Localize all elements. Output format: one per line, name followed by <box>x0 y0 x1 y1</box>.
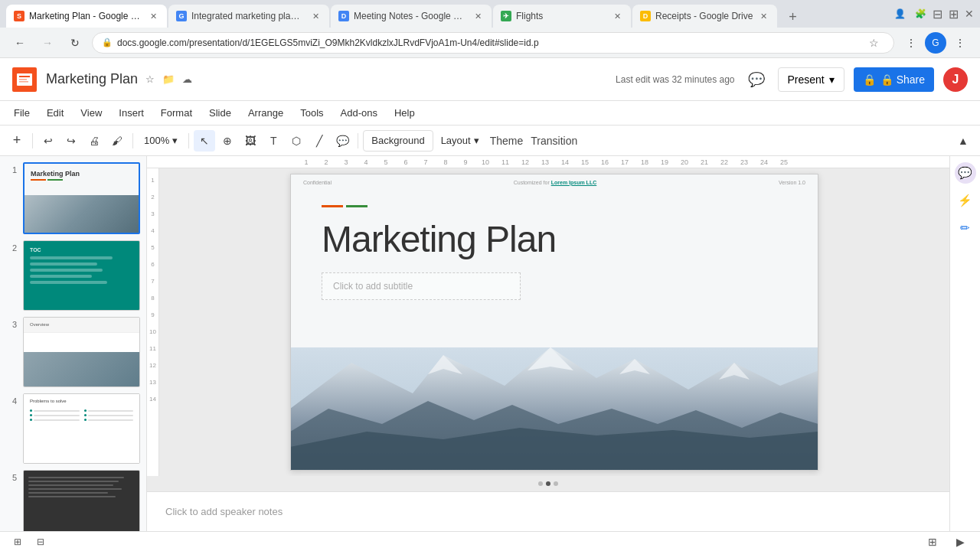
toolbar-transition-button[interactable]: Transition <box>528 130 580 152</box>
menu-addons[interactable]: Add-ons <box>333 104 385 122</box>
toolbar-paintformat-button[interactable]: 🖌 <box>106 130 128 152</box>
browser-tab-2[interactable]: G Integrated marketing plans - Go... ✕ <box>168 5 329 28</box>
menu-slide[interactable]: Slide <box>201 104 239 122</box>
slide-content-area[interactable]: Marketing Plan Click to add subtitle <box>291 190 818 358</box>
profile-icon[interactable]: 👤 <box>894 8 906 19</box>
tab5-title: Receipts - Google Drive <box>655 11 753 21</box>
toolbar-right: ▲ <box>952 130 974 152</box>
speaker-notes-area[interactable]: Click to add speaker notes <box>147 491 949 531</box>
toolbar-line-button[interactable]: ╱ <box>309 130 330 152</box>
vertical-ruler: 1 2 3 4 5 6 7 8 9 10 11 12 13 14 <box>147 168 159 476</box>
tab3-close[interactable]: ✕ <box>472 10 484 22</box>
bottom-expand-button[interactable]: ⊞ <box>922 531 943 552</box>
slide-item-2[interactable]: 2 TOC <box>6 240 140 311</box>
slide-item-5[interactable]: 5 <box>6 470 140 531</box>
chrome-menu-button[interactable]: ⋮ <box>949 32 971 54</box>
folder-icon[interactable]: 📁 <box>162 73 175 86</box>
slide-item-4[interactable]: 4 Problems to solve <box>6 393 140 464</box>
forward-button[interactable]: → <box>37 32 58 54</box>
slide-2-number: 2 <box>6 240 17 253</box>
comment-button[interactable]: 💬 <box>744 67 769 92</box>
menu-tools[interactable]: Tools <box>292 104 331 122</box>
toolbar-image-button[interactable]: 🖼 <box>240 130 261 152</box>
profile-avatar[interactable]: G <box>925 32 946 54</box>
app-title-area: Marketing Plan ☆ 📁 ☁ <box>46 71 193 87</box>
slide-list-view-button[interactable]: ⊞ <box>9 533 26 550</box>
slide-subtitle-box[interactable]: Click to add subtitle <box>322 272 521 300</box>
browser-titlebar: S Marketing Plan - Google Slides ✕ G Int… <box>0 0 980 28</box>
canvas-scroll[interactable]: Confidential Customized for Lorem Ipsum … <box>159 168 949 476</box>
toolbar-collapse-button[interactable]: ▲ <box>952 130 974 152</box>
toolbar-undo-button[interactable]: ↩ <box>38 130 59 152</box>
toolbar-select-button[interactable]: ↖ <box>194 130 215 152</box>
slide-canvas[interactable]: Confidential Customized for Lorem Ipsum … <box>290 174 818 471</box>
browser-tab-1[interactable]: S Marketing Plan - Google Slides ✕ <box>6 5 167 28</box>
tab4-close[interactable]: ✕ <box>611 10 623 22</box>
slide-1-title-preview: Marketing Plan <box>31 170 80 178</box>
toolbar-redo-button[interactable]: ↪ <box>60 130 82 152</box>
app-container: Marketing Plan ☆ 📁 ☁ Last edit was 32 mi… <box>0 58 980 551</box>
share-button[interactable]: 🔒 🔒 Share <box>854 67 934 92</box>
bookmark-icon[interactable]: ☆ <box>863 32 884 54</box>
present-button[interactable]: Present ▾ <box>778 67 844 92</box>
horizontal-ruler: 1 2 3 4 5 6 7 8 9 10 11 12 13 14 15 16 1 <box>147 156 949 168</box>
toolbar-comment-button[interactable]: 💬 <box>332 130 353 152</box>
tab-search-button[interactable]: ⋮ <box>900 32 922 54</box>
cloud-icon[interactable]: ☁ <box>181 73 193 86</box>
close-icon[interactable]: ✕ <box>965 8 974 20</box>
toolbar-layout-dropdown[interactable]: Layout ▾ <box>435 130 485 152</box>
menu-edit[interactable]: Edit <box>39 104 71 122</box>
slide-3-number: 3 <box>6 317 17 329</box>
tab5-favicon: D <box>640 11 651 21</box>
sidebar-edit-button[interactable]: ✏ <box>955 217 976 239</box>
zoom-chevron-icon: ▾ <box>172 135 178 146</box>
toolbar-insert-button[interactable]: + <box>6 130 28 152</box>
extensions-icon[interactable]: 🧩 <box>915 8 926 19</box>
star-icon[interactable]: ☆ <box>144 73 156 86</box>
slide-dot-3 <box>554 481 558 486</box>
toolbar-print-button[interactable]: 🖨 <box>83 130 105 152</box>
slide-grid-view-button[interactable]: ⊟ <box>32 533 49 550</box>
menu-arrange[interactable]: Arrange <box>240 104 291 122</box>
toolbar-move-button[interactable]: ⊕ <box>217 130 238 152</box>
menu-view[interactable]: View <box>73 104 109 122</box>
slide-indicator-bar <box>147 476 949 491</box>
browser-tab-4[interactable]: ✈ Flights ✕ <box>493 5 631 28</box>
accent-bar-orange <box>322 205 343 207</box>
slide-header-center: Customized for Lorem Ipsum LLC <box>332 180 779 185</box>
new-tab-button[interactable]: + <box>782 6 803 28</box>
sidebar-explore-button[interactable]: ⚡ <box>955 190 976 211</box>
menu-insert[interactable]: Insert <box>111 104 152 122</box>
sidebar-chat-button[interactable]: 💬 <box>955 162 976 184</box>
present-chevron: ▾ <box>829 73 835 86</box>
background-button[interactable]: Background <box>363 130 433 152</box>
minimize-icon[interactable]: ⊟ <box>933 7 942 21</box>
menu-file[interactable]: File <box>6 104 38 122</box>
slide-item-1[interactable]: 1 Marketing Plan <box>6 162 140 234</box>
menu-help[interactable]: Help <box>387 104 423 122</box>
back-button[interactable]: ← <box>9 32 31 54</box>
browser-tab-5[interactable]: D Receipts - Google Drive ✕ <box>632 5 777 28</box>
toolbar-shapes-button[interactable]: ⬡ <box>286 130 307 152</box>
slide-main-title[interactable]: Marketing Plan <box>322 220 787 260</box>
tab2-close[interactable]: ✕ <box>309 10 322 22</box>
slide-item-3[interactable]: 3 Overview <box>6 317 140 387</box>
maximize-icon[interactable]: ⊞ <box>949 7 959 21</box>
bottom-next-button[interactable]: ▶ <box>949 531 971 552</box>
tab5-close[interactable]: ✕ <box>757 10 769 22</box>
main-content: 1 Marketing Plan 2 TOC <box>0 156 980 531</box>
menu-format[interactable]: Format <box>153 104 200 122</box>
slide-5-thumb <box>23 470 140 531</box>
address-bar[interactable]: 🔒 docs.google.com/presentation/d/1EGELGS… <box>92 32 894 54</box>
tab1-close[interactable]: ✕ <box>147 10 159 22</box>
tab3-favicon: D <box>338 11 349 21</box>
slide-header-bar: Confidential Customized for Lorem Ipsum … <box>291 174 818 190</box>
toolbar-text-button[interactable]: T <box>263 130 284 152</box>
browser-tab-3[interactable]: D Meeting Notes - Google Docs ✕ <box>331 5 492 28</box>
toolbar-theme-button[interactable]: Theme <box>487 130 527 152</box>
toolbar-zoom-dropdown[interactable]: 100% ▾ <box>138 130 184 152</box>
svg-rect-2 <box>19 76 30 77</box>
reload-button[interactable]: ↻ <box>64 32 86 54</box>
user-avatar[interactable]: J <box>943 67 968 92</box>
toolbar-divider-4 <box>358 133 358 148</box>
